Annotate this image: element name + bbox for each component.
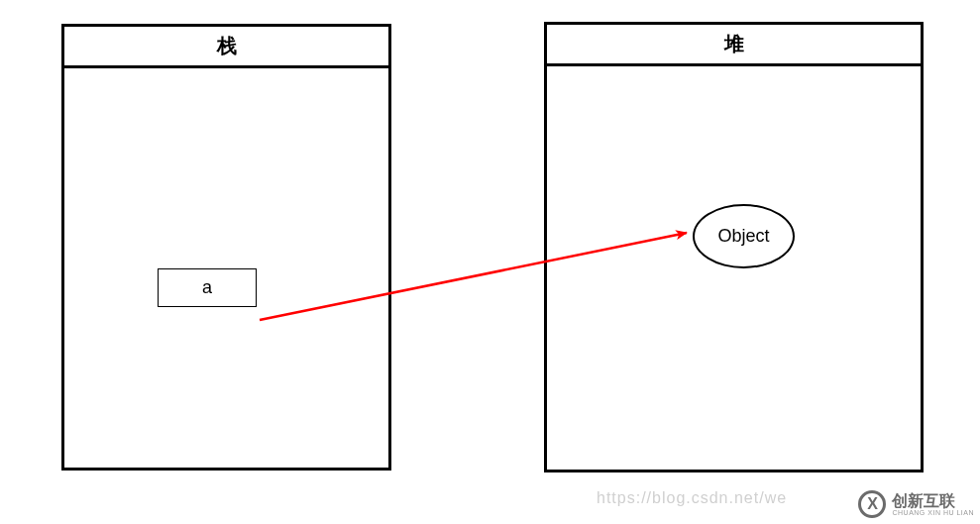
logo-brand-pinyin: CHUANG XIN HU LIAN [892,509,974,516]
logo-brand-cn: 创新互联 [892,493,974,509]
logo-icon: X [858,490,886,518]
heap-panel: 堆 Object [544,22,924,472]
heap-panel-title: 堆 [547,25,921,66]
watermark-logo: X 创新互联 CHUANG XIN HU LIAN [858,490,974,518]
object-ellipse: Object [693,204,795,268]
stack-panel: 栈 a [61,24,391,471]
stack-panel-title: 栈 [64,27,388,68]
variable-label: a [202,277,212,297]
variable-box-a: a [158,268,257,307]
object-label: Object [717,226,769,247]
watermark-url: https://blog.csdn.net/we [597,489,787,507]
logo-glyph: X [867,495,878,513]
